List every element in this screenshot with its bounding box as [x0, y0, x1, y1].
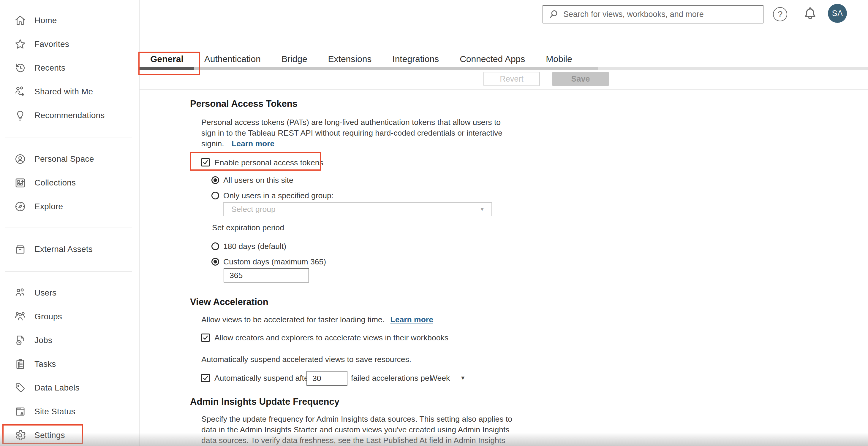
tab-connected-apps[interactable]: Connected Apps — [460, 54, 525, 64]
admin-insights-description: Specify the update frequency for Admin I… — [202, 414, 512, 446]
gear-icon — [14, 429, 27, 442]
check-icon — [202, 375, 209, 381]
radio-specified-group[interactable] — [211, 192, 219, 199]
sidebar-item-label: Personal Space — [34, 154, 94, 164]
save-button[interactable]: Save — [552, 72, 609, 86]
chevron-down-icon: ▼ — [479, 206, 485, 212]
radio-custom-days[interactable] — [211, 258, 219, 266]
description-line: data in the Admin Insights Starter and c… — [202, 424, 512, 435]
sidebar-item-label: Settings — [34, 431, 65, 440]
tab-authentication[interactable]: Authentication — [204, 54, 261, 64]
period-dropdown[interactable]: Week ▼ — [430, 373, 466, 383]
failed-per-label: failed accelerations per — [351, 373, 432, 383]
home-icon — [14, 14, 27, 27]
radio-180-days-label[interactable]: 180 days (default) — [223, 241, 286, 252]
sidebar-item-site-status[interactable]: Site Status — [0, 400, 139, 423]
allow-accelerate-label[interactable]: Allow creators and explorers to accelera… — [214, 332, 448, 343]
search-box[interactable] — [542, 5, 764, 24]
group-select-placeholder: Select group — [231, 205, 479, 214]
external-assets-icon — [14, 243, 27, 256]
help-icon[interactable]: ? — [773, 7, 787, 21]
description-line: sign in to the Tableau REST API without … — [202, 128, 502, 138]
radio-all-users-label[interactable]: All users on this site — [223, 175, 293, 185]
tab-integrations[interactable]: Integrations — [392, 54, 439, 64]
admin-insights-section-title: Admin Insights Update Frequency — [190, 397, 339, 407]
tab-strip-track — [194, 67, 598, 70]
jobs-icon — [14, 334, 27, 347]
enable-pat-checkbox[interactable] — [202, 158, 210, 167]
sidebar-divider — [5, 271, 132, 272]
sidebar-item-label: Recommendations — [34, 111, 104, 120]
revert-button[interactable]: Revert — [484, 72, 540, 86]
sidebar-item-explore[interactable]: Explore — [0, 195, 139, 218]
collections-icon — [14, 176, 27, 189]
va-learn-more-link[interactable]: Learn more — [391, 315, 433, 324]
recents-icon — [14, 61, 27, 74]
failed-accelerations-input[interactable] — [306, 371, 347, 386]
pat-description: Personal access tokens (PATs) are long-l… — [202, 117, 502, 149]
description-line: Specify the update frequency for Admin I… — [202, 414, 512, 424]
tab-bridge[interactable]: Bridge — [281, 54, 307, 64]
settings-tabs: General Authentication Bridge Extensions… — [150, 54, 572, 64]
sidebar-divider — [5, 228, 132, 228]
sidebar-divider — [5, 137, 132, 137]
sidebar-item-label: Recents — [34, 63, 65, 73]
notifications-bell-icon[interactable] — [802, 5, 818, 22]
radio-all-users[interactable] — [211, 176, 219, 184]
sidebar-item-collections[interactable]: Collections — [0, 171, 139, 195]
expiration-period-label: Set expiration period — [212, 222, 284, 233]
sidebar-item-label: Site Status — [34, 407, 75, 416]
radio-180-days[interactable] — [211, 242, 219, 250]
period-value: Week — [430, 373, 450, 383]
sidebar-item-settings[interactable]: Settings — [0, 423, 139, 446]
sidebar-item-label: Jobs — [34, 336, 52, 345]
auto-suspend-label[interactable]: Automatically suspend after — [214, 373, 311, 383]
sidebar-item-jobs[interactable]: Jobs — [0, 329, 139, 352]
sidebar-item-external-assets[interactable]: External Assets — [0, 237, 139, 261]
pat-section-title: Personal Access Tokens — [190, 99, 298, 109]
sidebar-item-label: Shared with Me — [34, 87, 93, 97]
view-acceleration-section-title: View Acceleration — [190, 297, 269, 307]
allow-accelerate-checkbox[interactable] — [202, 334, 210, 342]
tab-mobile[interactable]: Mobile — [546, 54, 572, 64]
sidebar-item-recents[interactable]: Recents — [0, 56, 139, 80]
pat-learn-more-link[interactable]: Learn more — [231, 139, 274, 148]
groups-icon — [14, 310, 27, 323]
chevron-down-icon: ▼ — [460, 375, 466, 381]
lightbulb-icon — [14, 109, 27, 122]
check-icon — [202, 335, 209, 341]
radio-specified-group-label[interactable]: Only users in a specified group: — [223, 190, 334, 201]
sidebar-item-label: External Assets — [34, 244, 93, 254]
enable-pat-label[interactable]: Enable personal access tokens — [214, 157, 323, 168]
check-icon — [202, 159, 209, 166]
sidebar-item-personal-space[interactable]: Personal Space — [0, 147, 139, 171]
radio-custom-days-label[interactable]: Custom days (maximum 365) — [223, 256, 326, 267]
custom-days-input[interactable] — [224, 268, 309, 282]
description-line: Personal access tokens (PATs) are long-l… — [202, 117, 502, 128]
sidebar-item-label: Tasks — [34, 359, 56, 369]
radio-dot — [214, 260, 217, 264]
tab-extensions[interactable]: Extensions — [328, 54, 372, 64]
auto-suspend-checkbox[interactable] — [202, 374, 210, 382]
shared-with-me-icon — [14, 85, 27, 98]
sidebar-item-recommendations[interactable]: Recommendations — [0, 104, 139, 127]
sidebar-item-data-labels[interactable]: Data Labels — [0, 376, 139, 400]
sidebar-item-groups[interactable]: Groups — [0, 305, 139, 329]
group-select[interactable]: Select group ▼ — [223, 202, 492, 216]
tab-general[interactable]: General — [150, 54, 184, 64]
sidebar-item-tasks[interactable]: Tasks — [0, 352, 139, 376]
active-tab-underline — [140, 67, 194, 70]
search-input[interactable] — [563, 10, 757, 19]
sidebar-item-home[interactable]: Home — [0, 9, 139, 32]
sidebar-item-label: Home — [34, 16, 57, 25]
sidebar-item-label: Users — [34, 288, 56, 298]
site-status-icon — [14, 405, 27, 418]
sidebar-item-label: Data Labels — [34, 383, 80, 392]
avatar[interactable]: SA — [828, 4, 847, 23]
sidebar-item-shared-with-me[interactable]: Shared with Me — [0, 80, 139, 104]
sidebar-item-users[interactable]: Users — [0, 281, 139, 305]
sidebar-item-label: Groups — [34, 312, 62, 321]
radio-dot — [214, 178, 217, 182]
sidebar-item-favorites[interactable]: Favorites — [0, 32, 139, 56]
users-icon — [14, 286, 27, 300]
